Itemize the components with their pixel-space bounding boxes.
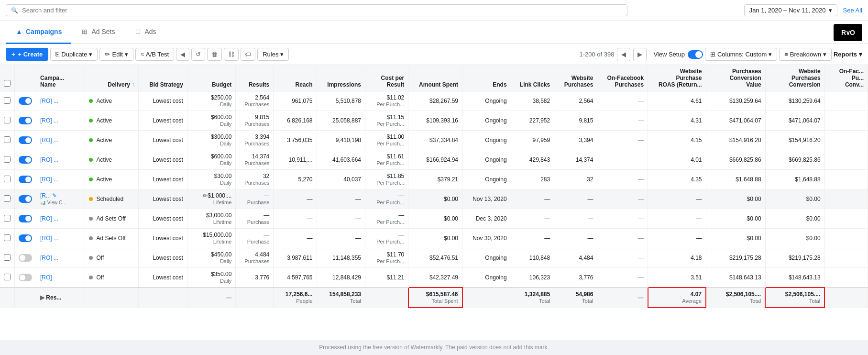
- budget-cell: $30.00Daily: [187, 170, 236, 189]
- row-toggle-cell[interactable]: [15, 209, 36, 229]
- rules-button[interactable]: Rules ▾: [257, 48, 289, 61]
- row-checkbox[interactable]: [4, 254, 11, 261]
- create-button[interactable]: + + Create: [6, 48, 48, 61]
- websitepurchconv-cell: $471,064.07: [765, 111, 824, 131]
- chevron-down-icon: ▾: [769, 51, 772, 58]
- row-checkbox-cell[interactable]: [0, 111, 15, 131]
- campaign-toggle[interactable]: [19, 234, 32, 242]
- roas-cell: 4.15: [648, 131, 706, 150]
- row-toggle-cell[interactable]: [15, 150, 36, 170]
- breakdown-button[interactable]: ≡ Breakdown ▾: [779, 48, 832, 61]
- impressions-cell: —: [317, 209, 365, 229]
- row-toggle-cell[interactable]: [15, 170, 36, 189]
- row-checkbox[interactable]: [4, 156, 11, 163]
- row-checkbox-cell[interactable]: [0, 229, 15, 248]
- campaign-toggle[interactable]: [19, 274, 32, 281]
- onfac-column-header: On-Fac...Pu...Conv...: [824, 65, 868, 91]
- campaign-toggle[interactable]: [19, 176, 32, 183]
- row-checkbox[interactable]: [4, 195, 11, 202]
- campaign-name-link[interactable]: [RO] ...: [40, 176, 58, 183]
- delete-button[interactable]: 🗑: [207, 48, 222, 61]
- campaign-toggle[interactable]: [19, 254, 32, 262]
- campaign-name-link[interactable]: [RO] ...: [40, 156, 58, 163]
- row-checkbox[interactable]: [4, 136, 11, 143]
- row-checkbox-cell[interactable]: [0, 248, 15, 268]
- row-checkbox-cell[interactable]: [0, 150, 15, 170]
- undo-button[interactable]: ↺: [191, 48, 205, 61]
- search-bar[interactable]: 🔍: [6, 4, 627, 16]
- row-checkbox[interactable]: [4, 274, 11, 280]
- campaign-name-link[interactable]: [RO]: [40, 274, 52, 281]
- row-toggle-cell[interactable]: [15, 111, 36, 131]
- campaign-toggle[interactable]: [19, 97, 32, 105]
- row-toggle-cell[interactable]: [15, 91, 36, 111]
- results-cell: 32 Purchases: [236, 170, 274, 189]
- row-checkbox[interactable]: [4, 117, 11, 123]
- next-page-button[interactable]: ▶: [633, 48, 647, 61]
- select-all-checkbox[interactable]: [4, 80, 11, 87]
- campaign-toggle[interactable]: [19, 195, 32, 203]
- budget-cell: $15,000.00Lifetime: [187, 229, 236, 248]
- row-toggle-cell[interactable]: [15, 189, 36, 209]
- ends-cell: Ongoing: [462, 170, 511, 189]
- delivery-cell: Active: [85, 111, 139, 131]
- row-toggle-cell[interactable]: [15, 248, 36, 268]
- row-checkbox-cell[interactable]: [0, 131, 15, 150]
- view-setup-button[interactable]: View Setup: [653, 50, 703, 59]
- websitepurchconv-cell: $669,825.86: [765, 150, 824, 170]
- select-all-checkbox-header[interactable]: [0, 65, 15, 91]
- tab-ads[interactable]: □ Ads: [125, 21, 166, 44]
- row-checkbox[interactable]: [4, 234, 11, 241]
- campaign-name-link[interactable]: [RO] ...: [40, 255, 58, 261]
- costper-cell: $11.85Per Purch...: [365, 170, 408, 189]
- bid-strategy-cell: Lowest cost: [139, 268, 187, 288]
- tag-button[interactable]: 🏷: [241, 48, 255, 61]
- columns-button[interactable]: ⊞ Columns: Custom ▾: [705, 48, 777, 61]
- ab-test-button[interactable]: ≈ A/B Test: [135, 48, 174, 61]
- row-checkbox[interactable]: [4, 176, 11, 182]
- link-button[interactable]: ⛓: [224, 48, 239, 61]
- row-toggle-cell[interactable]: [15, 268, 36, 288]
- campaign-name-link[interactable]: [RO] ...: [40, 117, 58, 124]
- campaign-name-link[interactable]: [RO] ...: [40, 98, 58, 104]
- summary-bid: [139, 288, 187, 308]
- campaign-toggle[interactable]: [19, 136, 32, 144]
- campaign-name-cell: [RO] ...: [36, 170, 85, 189]
- delivery-column-header[interactable]: Delivery: [85, 65, 139, 91]
- tab-adsets[interactable]: ⊞ Ad Sets: [71, 21, 124, 44]
- tab-campaigns[interactable]: ▲ Campaigns: [6, 21, 71, 44]
- costper-cell: $11.70Per Purch...: [365, 248, 408, 268]
- see-all-link[interactable]: See All: [843, 7, 862, 14]
- name-column-header[interactable]: Campa...Name: [36, 65, 85, 91]
- reports-button[interactable]: Reports ▾: [834, 51, 862, 58]
- row-checkbox-cell[interactable]: [0, 209, 15, 229]
- campaign-name-link[interactable]: [R... ✎: [40, 192, 57, 199]
- campaign-toggle[interactable]: [19, 117, 32, 124]
- row-checkbox[interactable]: [4, 215, 11, 222]
- row-toggle-cell[interactable]: [15, 229, 36, 248]
- edit-button[interactable]: ✏ Edit ▾: [99, 48, 133, 61]
- websitepurchases-cell: 2,564: [554, 91, 597, 111]
- row-checkbox-cell[interactable]: [0, 189, 15, 209]
- table-header-row: Campa...Name Delivery Bid Strategy Budge…: [0, 65, 868, 91]
- prev-page-button[interactable]: ◀: [617, 48, 630, 61]
- search-input[interactable]: [22, 7, 622, 14]
- duplicate-button[interactable]: ⎘ Duplicate ▾: [50, 48, 98, 61]
- row-toggle-cell[interactable]: [15, 131, 36, 150]
- roas-cell: 4.18: [648, 248, 706, 268]
- date-range-picker[interactable]: Jan 1, 2020 – Nov 11, 2020 ▾: [744, 4, 837, 16]
- campaign-toggle[interactable]: [19, 215, 32, 222]
- linkclicks-cell: —: [511, 189, 554, 209]
- row-checkbox-cell[interactable]: [0, 170, 15, 189]
- campaign-toggle[interactable]: [19, 156, 32, 164]
- row-checkbox-cell[interactable]: [0, 91, 15, 111]
- linkclicks-cell: 227,952: [511, 111, 554, 131]
- campaign-name-link[interactable]: [RO] ...: [40, 215, 58, 222]
- summary-amtspent: $615,587.46Total Spent: [408, 288, 462, 308]
- campaign-name-link[interactable]: [RO] ...: [40, 137, 58, 144]
- prev-action-button[interactable]: ◀: [176, 48, 189, 61]
- campaign-name-link[interactable]: [RO] ...: [40, 235, 58, 242]
- row-checkbox[interactable]: [4, 97, 11, 104]
- row-checkbox-cell[interactable]: [0, 268, 15, 288]
- summary-row: ▶ Res... — 17,256,6...People 154,858,233…: [0, 288, 868, 308]
